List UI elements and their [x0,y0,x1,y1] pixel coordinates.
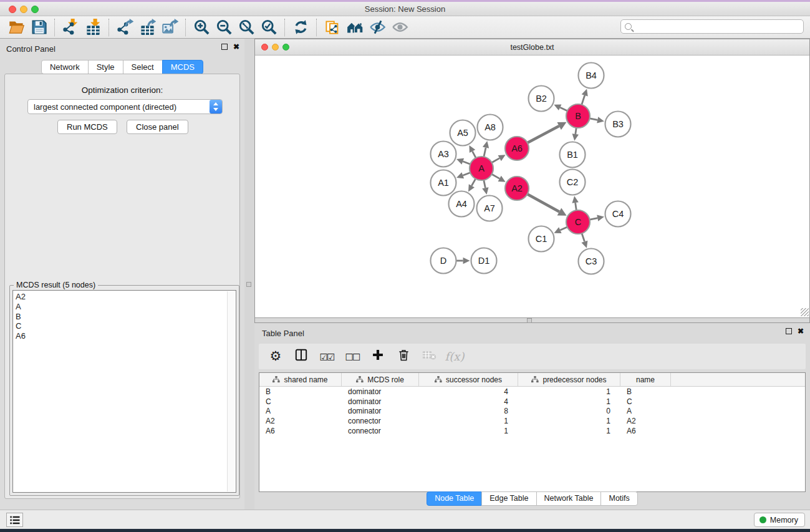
result-list-scrollbar[interactable] [227,291,235,491]
vertical-splitter[interactable] [244,39,254,510]
zoom-out-button[interactable] [213,17,235,37]
graph-edge-A-A1[interactable] [456,172,470,178]
optimization-criterion-dropdown[interactable]: largest connected component (directed) [27,99,223,114]
memory-button[interactable]: Memory [754,513,805,527]
graph-edge-B-B1[interactable] [572,128,579,141]
table-cell[interactable]: B [620,387,671,396]
graph-edge-C-C2[interactable] [572,196,578,210]
export-table-button[interactable] [136,17,158,37]
graph-node-A1[interactable]: A1 [431,170,456,196]
table-cell[interactable]: connector [342,427,419,435]
graph-node-A6[interactable]: A6 [505,137,529,160]
column-header-MCDS-role[interactable]: MCDS role [342,373,419,386]
table-row[interactable]: Adominator80A [259,407,805,417]
graph-edge-B-B4[interactable] [582,89,588,105]
table-cell[interactable]: dominator [342,407,419,415]
select-all-rows-button[interactable]: ☑☑ [319,349,335,365]
network-canvas[interactable]: B4B2BB3A8A5A6A3B1AA1C2A2A4A7C4CC1DD1C3 [255,56,809,318]
table-cell[interactable]: 4 [419,387,518,396]
table-row[interactable]: A6connector11A6 [259,426,805,436]
tab-motifs[interactable]: Motifs [600,491,637,506]
run-mcds-button[interactable]: Run MCDS [57,120,117,134]
table-cell[interactable]: 1 [419,417,518,425]
graph-edge-A-A3[interactable] [456,158,470,165]
search-field[interactable] [620,19,804,34]
table-cell[interactable]: A6 [620,427,671,435]
float-panel-icon[interactable] [221,44,228,50]
table-row[interactable]: A2connector11A2 [259,416,805,426]
column-header-successor-nodes[interactable]: successor nodes [419,373,518,386]
graph-edge-A2-C[interactable] [528,194,567,216]
table-cell[interactable]: A2 [259,417,342,425]
import-table-button[interactable] [82,17,104,37]
close-panel-button[interactable]: Close panel [127,120,188,134]
table-row[interactable]: Bdominator41B [259,387,805,397]
mcds-result-item[interactable]: A [13,302,236,312]
task-history-button[interactable] [6,513,23,527]
graph-edge-A6-B[interactable] [528,122,567,143]
column-header-shared-name[interactable]: shared name [259,373,342,386]
graph-node-B3[interactable]: B3 [605,112,631,137]
graph-edge-A-A2[interactable] [492,174,506,181]
table-cell[interactable]: 1 [518,387,620,396]
graph-node-A7[interactable]: A7 [477,196,503,221]
graph-node-A4[interactable]: A4 [449,191,475,217]
tab-style[interactable]: Style [88,60,123,74]
table-close-panel-icon[interactable]: ✖ [798,328,804,334]
table-cell[interactable]: C [620,397,671,406]
network-window-titlebar[interactable]: testGlobe.txt [255,39,809,56]
tab-node-table[interactable]: Node Table [427,491,482,506]
tab-edge-table[interactable]: Edge Table [481,491,536,506]
add-column-button[interactable] [370,349,386,365]
graph-edge-A-A5[interactable] [469,145,476,158]
graph-node-D1[interactable]: D1 [471,248,497,274]
graph-node-A2[interactable]: A2 [505,177,529,200]
table-cell[interactable]: A [620,407,671,415]
import-network-button[interactable] [59,17,82,37]
hide-selected-button[interactable] [366,17,388,37]
graph-edge-A-A7[interactable] [482,180,488,195]
graph-edge-D-D1[interactable] [456,258,470,264]
zoom-fit-button[interactable] [235,17,258,37]
deselect-all-rows-button[interactable]: ☐☐ [344,349,360,365]
column-header-predecessor-nodes[interactable]: predecessor nodes [518,373,620,386]
table-cell[interactable]: C [259,397,342,406]
table-settings-button[interactable]: ⚙ [268,349,284,365]
graph-node-C3[interactable]: C3 [579,249,604,274]
graph-edge-A-A8[interactable] [483,141,489,157]
open-file-button[interactable] [5,17,27,37]
graph-node-A5[interactable]: A5 [450,120,476,146]
mcds-result-item[interactable]: A6 [13,331,236,341]
table-cell[interactable]: A2 [620,417,671,425]
table-cell[interactable]: 1 [518,427,620,435]
table-cell[interactable]: 1 [419,427,518,435]
graph-edge-B-B3[interactable] [590,117,604,123]
graph-node-D[interactable]: D [431,248,456,274]
save-session-button[interactable] [27,17,50,37]
graph-edge-C-C1[interactable] [554,227,567,233]
graph-node-A8[interactable]: A8 [478,115,503,140]
mcds-result-item[interactable]: C [13,321,236,331]
mcds-result-item[interactable]: B [13,312,236,322]
graph-node-B[interactable]: B [566,104,590,128]
table-mode-button[interactable] [293,349,309,365]
horizontal-splitter[interactable] [527,318,532,323]
zoom-selected-button[interactable] [258,17,280,37]
graph-node-B4[interactable]: B4 [579,63,604,89]
mcds-result-list[interactable]: A2ABCA6 [12,290,236,493]
graph-edge-A-A6[interactable] [492,155,506,162]
graph-node-C4[interactable]: C4 [605,201,631,227]
table-cell[interactable]: connector [342,417,419,425]
table-float-panel-icon[interactable] [786,328,792,334]
graph-edge-C-C3[interactable] [581,233,587,248]
graph-edge-A-A4[interactable] [468,179,476,192]
export-network-button[interactable] [113,17,136,37]
tab-network[interactable]: Network [41,60,89,74]
graph-edge-C-C4[interactable] [590,215,604,221]
tab-mcds[interactable]: MCDS [162,60,203,74]
graph-node-B2[interactable]: B2 [529,86,554,112]
graph-node-C1[interactable]: C1 [529,226,554,252]
table-row[interactable]: Cdominator41C [259,397,805,407]
delete-column-button[interactable] [395,349,412,365]
table-cell[interactable]: dominator [342,387,419,396]
